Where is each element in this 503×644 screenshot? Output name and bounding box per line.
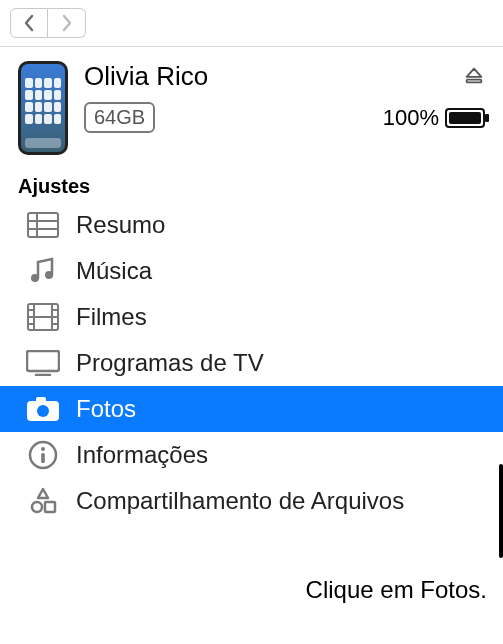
svg-rect-15 bbox=[27, 351, 59, 371]
back-button[interactable] bbox=[10, 8, 48, 38]
device-name: Olivia Rico bbox=[84, 61, 208, 92]
capacity-badge: 64GB bbox=[84, 102, 155, 133]
sidebar-item-tv[interactable]: Programas de TV bbox=[0, 340, 503, 386]
svg-point-24 bbox=[32, 502, 42, 512]
svg-point-22 bbox=[41, 447, 45, 451]
eject-button[interactable] bbox=[463, 64, 485, 90]
chevron-left-icon bbox=[22, 14, 36, 32]
svg-point-19 bbox=[37, 405, 49, 417]
device-header: Olivia Rico 64GB 100% bbox=[0, 47, 503, 169]
battery-icon bbox=[445, 108, 485, 128]
svg-rect-18 bbox=[36, 397, 46, 403]
info-icon bbox=[26, 440, 60, 470]
svg-rect-23 bbox=[41, 453, 45, 463]
scrollbar-thumb[interactable] bbox=[499, 464, 503, 558]
film-icon bbox=[26, 302, 60, 332]
svg-point-5 bbox=[31, 274, 39, 282]
nav-toolbar bbox=[0, 0, 503, 47]
sidebar-item-label: Informações bbox=[76, 441, 208, 469]
sidebar-item-label: Programas de TV bbox=[76, 349, 264, 377]
sidebar-item-photos[interactable]: Fotos bbox=[0, 386, 503, 432]
settings-list: ResumoMúsicaFilmesProgramas de TVFotosIn… bbox=[0, 202, 503, 524]
forward-button[interactable] bbox=[48, 8, 86, 38]
sidebar-item-info[interactable]: Informações bbox=[0, 432, 503, 478]
apps-icon bbox=[26, 486, 60, 516]
sidebar-item-label: Compartilhamento de Arquivos bbox=[76, 487, 404, 515]
eject-icon bbox=[463, 64, 485, 86]
svg-rect-0 bbox=[467, 79, 482, 82]
svg-rect-25 bbox=[45, 502, 55, 512]
list-icon bbox=[26, 210, 60, 240]
battery-status: 100% bbox=[383, 105, 485, 131]
sidebar-item-label: Música bbox=[76, 257, 152, 285]
camera-icon bbox=[26, 394, 60, 424]
device-thumbnail bbox=[18, 61, 68, 155]
svg-point-6 bbox=[45, 271, 53, 279]
caption: Clique em Fotos. bbox=[306, 576, 487, 604]
battery-percent-text: 100% bbox=[383, 105, 439, 131]
chevron-right-icon bbox=[60, 14, 74, 32]
tv-icon bbox=[26, 348, 60, 378]
sidebar-item-sharing[interactable]: Compartilhamento de Arquivos bbox=[0, 478, 503, 524]
sidebar-item-summary[interactable]: Resumo bbox=[0, 202, 503, 248]
sidebar-item-label: Resumo bbox=[76, 211, 165, 239]
svg-rect-1 bbox=[28, 213, 58, 237]
music-icon bbox=[26, 256, 60, 286]
sidebar-item-movies[interactable]: Filmes bbox=[0, 294, 503, 340]
settings-section-title: Ajustes bbox=[0, 169, 503, 202]
sidebar-item-label: Filmes bbox=[76, 303, 147, 331]
sidebar-item-label: Fotos bbox=[76, 395, 136, 423]
sidebar-item-music[interactable]: Música bbox=[0, 248, 503, 294]
